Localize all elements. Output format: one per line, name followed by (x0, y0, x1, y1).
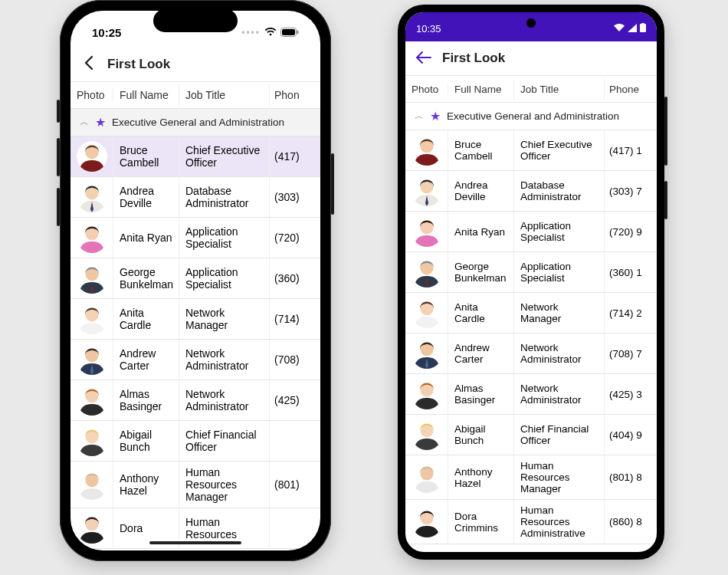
table-row[interactable]: Andrea DevilleDatabase Administrator(303… (405, 171, 657, 212)
avatar (412, 379, 442, 409)
avatar (412, 338, 442, 369)
table-row[interactable]: Abigail BunchChief Financial Officer (71, 421, 320, 462)
iphone-volume-up[interactable] (57, 138, 60, 176)
cell-full-name: Anita Cardle (113, 299, 179, 339)
iphone-mute-switch[interactable] (57, 100, 60, 123)
cell-phone: (417) (270, 136, 320, 176)
iphone-home-indicator[interactable] (149, 541, 241, 544)
cell-full-name: Anita Ryan (113, 218, 179, 258)
battery-icon (640, 23, 646, 34)
column-header-photo[interactable]: Photo (71, 89, 113, 101)
svg-rect-1 (282, 29, 295, 35)
android-status-icons (614, 23, 646, 34)
cell-phone: (425) 3 (605, 374, 657, 414)
group-label: Executive General and Administration (112, 117, 284, 128)
table-row[interactable]: Almas BasingerNetwork Administrator(425)… (405, 374, 657, 415)
avatar (412, 135, 442, 166)
avatar (77, 344, 107, 375)
wifi-icon (264, 26, 277, 39)
avatar (77, 222, 107, 253)
cell-job-title: Human Resources Manager (179, 462, 270, 508)
grid-body[interactable]: Bruce CambellChief Executive Officer(417… (405, 130, 657, 552)
table-row[interactable]: Andrew CarterNetwork Administrator(708) (71, 340, 320, 380)
cell-job-title: Database Administrator (179, 177, 270, 217)
cell-job-title: Chief Financial Officer (514, 415, 605, 455)
svg-rect-24 (642, 23, 644, 25)
table-row[interactable]: Anita RyanApplication Specialist(720) 9 (405, 212, 657, 252)
back-button[interactable] (412, 50, 436, 67)
table-row[interactable]: Anthony HazelHuman Resources Manager(801… (405, 455, 657, 500)
android-device-frame: 10:35 First Look Photo Full Name (398, 5, 664, 560)
table-row[interactable]: Bruce CambellChief Executive Officer(417… (71, 136, 320, 177)
group-header[interactable]: ︿ ★ Executive General and Administration (405, 103, 657, 130)
table-row[interactable]: Almas BasingerNetwork Administrator(425) (71, 380, 320, 421)
cell-full-name: George Bunkelman (113, 258, 179, 298)
cell-photo (71, 177, 113, 217)
svg-rect-23 (640, 24, 646, 32)
table-row[interactable]: George BunkelmanApplication Specialist(3… (405, 252, 657, 293)
avatar (77, 182, 107, 212)
cell-phone: (860) 8 (605, 500, 657, 544)
column-header-photo[interactable]: Photo (405, 84, 448, 95)
table-row[interactable]: Andrea DevilleDatabase Administrator(303… (71, 177, 320, 218)
cell-photo (71, 421, 113, 461)
cell-job-title: Chief Executive Officer (514, 130, 605, 170)
cell-full-name: Abigail Bunch (448, 415, 514, 455)
cell-phone: (360) 1 (605, 252, 657, 292)
column-header-phone[interactable]: Phone (605, 79, 657, 100)
column-header-title[interactable]: Job Title (514, 79, 605, 100)
cell-full-name: Andrew Carter (448, 334, 514, 373)
table-row[interactable]: Bruce CambellChief Executive Officer(417… (405, 130, 657, 171)
table-row[interactable]: Dora CrimminsHuman Resources Administrat… (405, 500, 657, 544)
cell-full-name: George Bunkelman (448, 252, 514, 292)
signal-icon (628, 23, 637, 34)
android-volume-rocker[interactable] (664, 97, 667, 166)
cell-phone: (708) 7 (605, 334, 657, 373)
table-row[interactable]: George BunkelmanApplication Specialist(3… (71, 258, 320, 299)
avatar (412, 462, 442, 493)
cell-phone: (714) (270, 299, 320, 339)
cell-photo (71, 258, 113, 298)
table-row[interactable]: Anthony HazelHuman Resources Manager(801… (71, 462, 320, 508)
avatar (412, 176, 442, 206)
cell-job-title: Database Administrator (514, 171, 605, 211)
group-header[interactable]: ︿ ★ Executive General and Administration (71, 109, 320, 136)
grid-body[interactable]: Bruce CambellChief Executive Officer(417… (71, 136, 320, 550)
cell-job-title: Application Specialist (514, 252, 605, 292)
star-icon: ★ (430, 109, 441, 123)
table-row[interactable]: Anita RyanApplication Specialist(720) (71, 218, 320, 258)
table-row[interactable]: Andrew CarterNetwork Administrator(708) … (405, 334, 657, 374)
cell-phone (270, 508, 320, 548)
avatar (77, 469, 107, 500)
cell-full-name: Abigail Bunch (113, 421, 179, 461)
cell-full-name: Anthony Hazel (448, 455, 514, 499)
table-row[interactable]: Anita CardleNetwork Manager(714) 2 (405, 293, 657, 334)
cell-photo (71, 136, 113, 176)
column-header-name[interactable]: Full Name (113, 84, 179, 106)
cell-photo (405, 212, 448, 251)
iphone-power-button[interactable] (331, 153, 334, 215)
back-button[interactable] (77, 55, 101, 74)
chevron-up-icon: ︿ (415, 110, 424, 123)
column-header-name[interactable]: Full Name (448, 79, 514, 100)
table-row[interactable]: Anita CardleNetwork Manager(714) (71, 299, 320, 340)
cellular-dots-icon: •••• (241, 27, 261, 38)
cell-full-name: Andrea Deville (113, 177, 179, 217)
cell-phone: (801) (270, 462, 320, 508)
cell-job-title: Application Specialist (179, 258, 270, 298)
table-row[interactable]: Abigail BunchChief Financial Officer(404… (405, 415, 657, 455)
cell-phone: (714) 2 (605, 293, 657, 333)
avatar (412, 216, 442, 247)
android-power-button[interactable] (664, 181, 667, 219)
avatar (77, 385, 107, 416)
iphone-volume-down[interactable] (57, 188, 60, 226)
cell-photo (405, 130, 448, 170)
cell-phone: (303) (270, 177, 320, 217)
avatar (77, 426, 107, 456)
cell-photo (71, 462, 113, 508)
column-header-phone[interactable]: Phon (270, 84, 320, 106)
group-label: Executive General and Administration (447, 110, 619, 122)
star-icon: ★ (95, 115, 106, 130)
cell-photo (71, 218, 113, 258)
column-header-title[interactable]: Job Title (179, 84, 270, 106)
